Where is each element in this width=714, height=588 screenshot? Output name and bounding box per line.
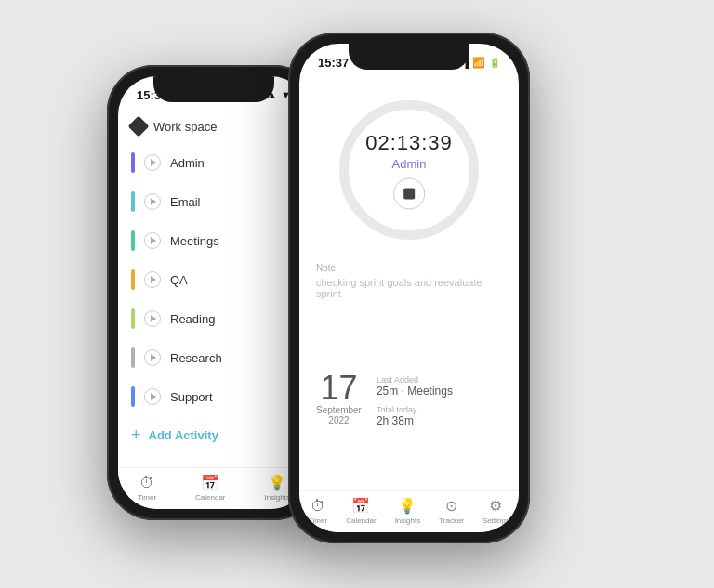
- email-play-icon[interactable]: [144, 193, 161, 210]
- support-label: Support: [170, 390, 213, 404]
- email-color-bar: [131, 191, 135, 212]
- menu-screen: 15:37 ▲ ▼ Work space Admin: [118, 76, 310, 509]
- play-triangle: [151, 198, 156, 205]
- bottom-nav-right: ⏱ Timer 📅 Calendar 💡 Insights ⊙ Tracker: [299, 490, 519, 532]
- nav-settings-label: Settings: [483, 516, 509, 525]
- timer-circle-container: 02:13:39 Admin: [299, 77, 519, 254]
- play-triangle: [151, 276, 156, 283]
- calendar-icon: 📅: [201, 474, 219, 491]
- insights-icon: 💡: [268, 474, 286, 491]
- phone-right: 15:37 ▐▌▐ 📶 🔋 02:1: [288, 33, 530, 543]
- wifi-icon-right: 📶: [472, 57, 485, 69]
- play-triangle: [151, 393, 156, 400]
- nav-timer-label-left: Timer: [138, 493, 156, 502]
- play-triangle: [151, 159, 156, 166]
- note-text[interactable]: checking sprint goals and reevaluate spr…: [316, 277, 502, 299]
- support-color-bar: [131, 386, 135, 407]
- total-today-label: Total today: [377, 405, 453, 414]
- menu-item-research[interactable]: Research: [118, 338, 310, 377]
- nav-insights-right[interactable]: 💡 Insights: [395, 497, 421, 525]
- last-added-value: 25m · Meetings: [377, 385, 453, 398]
- meetings-play-icon[interactable]: [144, 232, 161, 249]
- nav-insights-label-left: Insights: [264, 493, 290, 502]
- stats-info: Last Added 25m · Meetings Total today 2h…: [377, 372, 453, 427]
- nav-tracker-label: Tracker: [439, 516, 464, 525]
- diamond-icon: [128, 116, 150, 137]
- qa-play-icon[interactable]: [144, 271, 161, 288]
- research-label: Research: [170, 351, 222, 365]
- status-time-right: 15:37: [318, 56, 349, 70]
- total-today-stat: Total today 2h 38m: [377, 405, 453, 427]
- qa-label: QA: [170, 273, 188, 287]
- timer-icon-right: ⏱: [311, 498, 325, 515]
- nav-insights-label-right: Insights: [395, 516, 421, 525]
- menu-item-support[interactable]: Support: [118, 377, 310, 416]
- date-month: September: [316, 405, 362, 415]
- nav-calendar-label-left: Calendar: [195, 493, 225, 502]
- add-activity-button[interactable]: + Add Activity: [118, 416, 310, 454]
- note-section: Note checking sprint goals and reevaluat…: [299, 254, 519, 308]
- stats-section: 17 September 2022 Last Added 25m · Meeti…: [299, 357, 519, 442]
- nav-insights-left[interactable]: 💡 Insights: [264, 474, 290, 502]
- menu-item-admin[interactable]: Admin: [118, 143, 310, 182]
- stop-icon: [403, 189, 415, 200]
- phones-container: 15:37 ▲ ▼ Work space Admin: [0, 0, 714, 588]
- nav-calendar-left[interactable]: 📅 Calendar: [195, 474, 225, 502]
- meetings-label: Meetings: [170, 234, 219, 248]
- research-play-icon[interactable]: [144, 349, 161, 366]
- email-label: Email: [170, 195, 201, 209]
- circle-wrapper: 02:13:39 Admin: [335, 96, 483, 244]
- insights-icon-right: 💡: [398, 497, 416, 515]
- meetings-color-bar: [131, 230, 135, 251]
- calendar-icon-right: 📅: [351, 497, 370, 515]
- add-plus-icon: +: [131, 425, 141, 445]
- circle-inner: 02:13:39 Admin: [365, 131, 453, 210]
- menu-item-meetings[interactable]: Meetings: [118, 221, 310, 260]
- nav-tracker-right[interactable]: ⊙ Tracker: [439, 497, 464, 525]
- nav-timer-label-right: Timer: [309, 516, 327, 525]
- admin-color-bar: [131, 152, 135, 173]
- phone-right-screen: 15:37 ▐▌▐ 📶 🔋 02:1: [299, 44, 519, 532]
- admin-label: Admin: [170, 156, 205, 170]
- menu-item-qa[interactable]: QA: [118, 260, 310, 299]
- nav-calendar-right[interactable]: 📅 Calendar: [346, 497, 376, 525]
- date-block: 17 September 2022: [316, 372, 362, 425]
- last-added-label: Last Added: [377, 375, 453, 385]
- timer-screen: 15:37 ▐▌▐ 📶 🔋 02:1: [299, 44, 519, 532]
- stop-button[interactable]: [393, 178, 425, 210]
- timer-display: 02:13:39: [365, 131, 453, 155]
- play-triangle: [151, 315, 156, 322]
- tracker-icon: ⊙: [445, 497, 457, 515]
- nav-timer-right[interactable]: ⏱ Timer: [309, 498, 327, 525]
- menu-item-reading[interactable]: Reading: [118, 299, 310, 338]
- workspace-label: Work space: [153, 120, 217, 134]
- notch-right: [349, 44, 469, 70]
- date-number: 17: [316, 372, 362, 405]
- nav-settings-right[interactable]: ⚙ Settings: [483, 497, 509, 525]
- timer-icon: ⏱: [139, 475, 154, 491]
- research-color-bar: [131, 347, 135, 368]
- last-added-stat: Last Added 25m · Meetings: [377, 375, 453, 398]
- workspace-item[interactable]: Work space: [118, 110, 310, 143]
- phone-left-screen: 15:37 ▲ ▼ Work space Admin: [118, 76, 310, 509]
- bottom-nav-left: ⏱ Timer 📅 Calendar 💡 Insights: [118, 467, 310, 509]
- date-year: 2022: [316, 415, 362, 425]
- note-label: Note: [316, 263, 502, 273]
- nav-calendar-label-right: Calendar: [346, 516, 376, 525]
- nav-timer-left[interactable]: ⏱ Timer: [138, 475, 156, 502]
- support-play-icon[interactable]: [144, 388, 161, 405]
- reading-label: Reading: [170, 312, 215, 326]
- total-today-value: 2h 38m: [377, 414, 453, 427]
- reading-color-bar: [131, 308, 135, 329]
- qa-color-bar: [131, 269, 135, 290]
- play-triangle: [151, 354, 156, 361]
- add-activity-label: Add Activity: [149, 428, 218, 442]
- battery-icon: 🔋: [489, 58, 500, 68]
- timer-activity-label: Admin: [365, 157, 453, 171]
- settings-icon: ⚙: [489, 497, 502, 515]
- admin-play-icon[interactable]: [144, 154, 161, 171]
- play-triangle: [151, 237, 156, 244]
- reading-play-icon[interactable]: [144, 310, 161, 327]
- menu-item-email[interactable]: Email: [118, 182, 310, 221]
- notch-left: [153, 76, 274, 102]
